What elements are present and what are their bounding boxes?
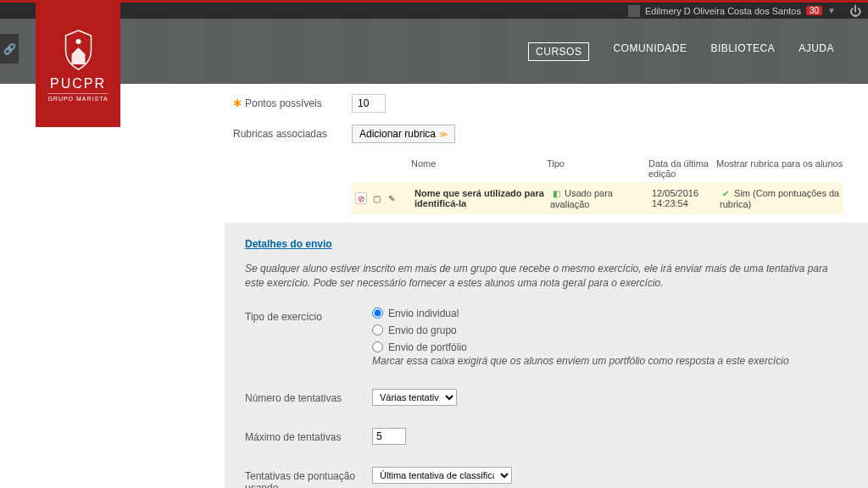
max-attempts-input[interactable] [372,428,406,445]
col-header-type: Tipo [547,158,648,179]
rubric-row: ⊘ ▢ ✎ Nome que será utilizado para ident… [352,182,843,214]
rubric-table: Nome Tipo Data da última edição Mostrar … [352,155,843,214]
nav-comunidade[interactable]: COMUNIDADE [613,42,687,61]
radio-portfolio-input[interactable] [372,341,383,352]
avatar-icon [628,5,640,17]
points-row: ✱Pontos possíveis [233,94,847,113]
type-label: Tipo de exercício [245,308,372,323]
nav-ajuda[interactable]: AJUDA [798,42,834,61]
content-area: ✱Pontos possíveis Rubricas associadas Ad… [0,84,868,488]
view-icon[interactable]: ▢ [370,192,382,204]
user-menu[interactable]: Edilmery D Oliveira Costa dos Santos 30 … [628,4,861,18]
max-label: Máximo de tentativas [245,428,372,443]
col-header-date: Data da última edição [648,158,716,179]
link-icon: 🔗 [3,43,16,55]
attempts-row: Número de tentativas Várias tentativas [245,389,848,406]
radio-group-input[interactable] [372,324,383,336]
col-header-name: Nome [411,158,547,179]
scoring-row: Tentativas de pontuação usando Última te… [245,467,848,488]
edit-icon[interactable]: ✎ [386,192,398,204]
max-attempts-row: Máximo de tentativas [245,428,848,445]
attempts-select[interactable]: Várias tentativas [372,389,457,406]
radio-individual-input[interactable] [372,308,383,319]
collapse-tab[interactable]: 🔗 [0,34,19,64]
add-rubric-button[interactable]: Adicionar rubrica≫ [352,125,455,143]
points-label: ✱Pontos possíveis [233,94,352,109]
rubrics-row: Rubricas associadas Adicionar rubrica≫ [233,125,847,143]
nav-cursos[interactable]: CURSOS [528,42,589,61]
brand-name: PUCPR [50,76,106,92]
radio-portfolio[interactable]: Envio de portfólio [372,341,789,353]
section-title[interactable]: Detalhes do envio [245,238,848,250]
rubric-type: ◧ Usado para avaliação [550,187,652,209]
header: CURSOS COMUNIDADE BIBLIOTECA AJUDA [0,19,868,84]
nav-biblioteca[interactable]: BIBLIOTECA [710,42,775,61]
brand-sub: GRUPO MARISTA [47,93,108,102]
notification-badge: 30 [806,6,822,15]
scoring-label: Tentativas de pontuação usando [245,467,372,488]
col-header-show: Mostrar rubrica para os alunos [716,158,843,179]
main-nav: CURSOS COMUNIDADE BIBLIOTECA AJUDA [528,42,834,61]
required-star-icon: ✱ [233,97,242,109]
rubrics-label: Rubricas associadas [233,125,352,140]
rubric-date: 12/05/2016 14:23:54 [652,188,720,208]
submission-details-section: Detalhes do envio Se qualquer aluno esti… [225,223,868,488]
rubric-name: Nome que será utilizado para identificá-… [415,188,550,208]
type-radio-group: Envio individual Envio do grupo Envio de… [372,308,789,353]
sidebar-logo[interactable]: PUCPR GRUPO MARISTA [36,3,120,127]
chevron-down-icon: ▼ [827,6,836,15]
attempts-label: Número de tentativas [245,389,372,404]
radio-individual[interactable]: Envio individual [372,308,789,319]
rubric-header: Nome Tipo Data da última edição Mostrar … [352,155,843,182]
chevron-down-icon: ≫ [439,130,448,139]
points-input[interactable] [352,94,386,113]
portfolio-note: Marcar essa caixa exigirá que os alunos … [372,355,789,367]
section-description: Se qualquer aluno estiver inscrito em ma… [245,262,848,291]
username: Edilmery D Oliveira Costa dos Santos [645,6,801,16]
scoring-select[interactable]: Última tentativa de classificação [372,467,512,484]
radio-group[interactable]: Envio do grupo [372,324,789,336]
type-row: Tipo de exercício Envio individual Envio… [245,308,848,367]
svg-point-0 [75,39,81,44]
power-icon[interactable]: ⏻ [849,4,861,18]
type-icon: ◧ [550,187,562,199]
delete-icon[interactable]: ⊘ [355,192,367,204]
shield-icon [59,29,97,71]
top-bar: Edilmery D Oliveira Costa dos Santos 30 … [0,0,868,19]
check-icon: ✔ [720,187,732,199]
rubric-show: ✔ Sim (Com pontuações da rubrica) [720,187,840,209]
